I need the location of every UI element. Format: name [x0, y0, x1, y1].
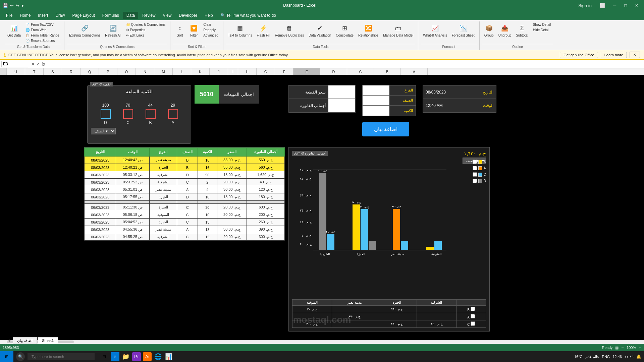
table-cell[interactable]: ج.م. 260	[247, 219, 285, 226]
table-cell[interactable]: 06/03/2023	[85, 204, 116, 211]
illustrator-btn[interactable]: Ai	[143, 352, 152, 361]
table-cell[interactable]	[217, 201, 247, 204]
table-cell[interactable]: ص 05:04:52	[116, 219, 149, 226]
advanced-btn[interactable]: Advanced	[201, 33, 220, 38]
table-cell[interactable]: 06/03/2023	[85, 179, 116, 186]
menu-file[interactable]: File	[3, 12, 16, 19]
table-cell[interactable]: الشرقية	[149, 171, 177, 179]
forecast-sheet-btn[interactable]: 📉 Forecast Sheet	[450, 22, 477, 39]
table-cell[interactable]: ص 05:33:12	[116, 171, 149, 179]
col-j[interactable]: J	[210, 68, 228, 75]
menu-formulas[interactable]: Formulas	[99, 12, 122, 19]
col-i[interactable]: I	[228, 68, 238, 75]
table-cell[interactable]: ص 12:40:42	[116, 157, 149, 164]
table-cell[interactable]	[217, 219, 247, 226]
menu-tell-me[interactable]: 🔍 Tell me what you want to do	[217, 12, 279, 19]
table-cell[interactable]	[85, 201, 116, 204]
table-cell[interactable]	[198, 201, 217, 204]
table-cell[interactable]: ج.م. 390	[247, 226, 285, 233]
col-q[interactable]: Q	[80, 68, 99, 75]
col-g[interactable]: G	[257, 68, 275, 75]
table-cell[interactable]: الجيزة	[149, 193, 177, 201]
menu-review[interactable]: Review	[139, 12, 159, 19]
table-cell[interactable]: 13	[198, 219, 217, 226]
confirm-formula-icon[interactable]: ✓	[36, 61, 40, 67]
table-cell[interactable]: ج.م. 40	[247, 179, 285, 186]
from-table-btn[interactable]: 📋 From Table/ Range	[23, 33, 61, 38]
show-detail-btn[interactable]: Show Detail	[531, 22, 553, 27]
save-btn[interactable]: 💾	[3, 3, 8, 8]
properties-btn[interactable]: ⚙ Properties	[124, 27, 168, 33]
table-cell[interactable]: ج.م. 30.00	[217, 226, 247, 233]
sheet-tab-sheet1[interactable]: Sheet1	[38, 337, 58, 344]
table-cell[interactable]: 08/03/2023	[85, 164, 116, 171]
table-cell[interactable]: ص 04:55:25	[116, 233, 149, 241]
what-if-btn[interactable]: 📈 What-If Analysis	[421, 22, 449, 39]
table-cell[interactable]: A	[177, 226, 198, 233]
table-cell[interactable]: مدينة نصر	[149, 226, 177, 233]
table-cell[interactable]: ص 04:55:36	[116, 226, 149, 233]
col-d[interactable]: D	[320, 68, 347, 75]
table-cell[interactable]: ص 05:06:18	[116, 211, 149, 219]
get-genuine-btn[interactable]: Get genuine Office	[560, 52, 598, 58]
info-close-btn[interactable]: ✕	[630, 52, 640, 58]
zoom-out-btn[interactable]: −	[621, 345, 624, 350]
table-cell[interactable]: 06/03/2023	[85, 226, 116, 233]
table-cell[interactable]: ص 05:11:30	[116, 204, 149, 211]
table-cell[interactable]: D	[177, 193, 198, 201]
table-cell[interactable]: مدينة نصر	[149, 186, 177, 193]
col-a[interactable]: A	[401, 68, 428, 75]
table-cell[interactable]: ج.م. 20.00	[217, 204, 247, 211]
notification-btn[interactable]: 🔔	[636, 354, 641, 359]
chrome-btn[interactable]: 🌐	[154, 352, 162, 361]
table-cell[interactable]: 16	[198, 164, 217, 171]
horizontal-scrollbar[interactable]	[0, 340, 644, 344]
table-cell[interactable]: ج.م. 18.00	[217, 171, 247, 179]
taskview-btn[interactable]: ⊟	[100, 352, 109, 361]
hide-detail-btn[interactable]: Hide Detail	[531, 27, 553, 33]
start-button[interactable]: ⊞	[0, 351, 13, 362]
col-m[interactable]: M	[154, 68, 173, 75]
col-u[interactable]: U	[7, 68, 25, 75]
table-cell[interactable]: 4	[198, 186, 217, 193]
col-p[interactable]: P	[99, 68, 117, 75]
taskbar-search-input[interactable]	[28, 353, 95, 360]
menu-developer[interactable]: Developer	[175, 12, 201, 19]
table-cell[interactable]: 06/03/2023	[85, 171, 116, 179]
sign-in-btn[interactable]: Sign in	[576, 2, 594, 9]
table-cell[interactable]: 06/03/2023	[85, 219, 116, 226]
edit-links-btn[interactable]: ✏ Edit Links	[124, 33, 168, 38]
insert-function-icon[interactable]: fx	[42, 61, 45, 67]
menu-view[interactable]: View	[160, 12, 175, 19]
text-to-columns-btn[interactable]: ▦ Text to Columns	[226, 22, 254, 39]
table-cell[interactable]: 06/03/2023	[85, 186, 116, 193]
table-cell[interactable]: B	[177, 164, 198, 171]
table-cell[interactable]: الجيزة	[149, 204, 177, 211]
table-cell[interactable]: ج.م. 20.00	[217, 179, 247, 186]
table-cell[interactable]: 10	[198, 193, 217, 201]
cancel-formula-icon[interactable]: ✕	[31, 61, 35, 67]
table-cell[interactable]: الجيزة	[149, 219, 177, 226]
group-btn[interactable]: 📦 Group	[482, 22, 496, 39]
data-validation-btn[interactable]: ✔ Data Validation	[307, 22, 333, 39]
table-cell[interactable]: مدينة نصر	[149, 157, 177, 164]
price-input-2[interactable]	[328, 99, 355, 112]
remove-duplicates-btn[interactable]: 🗑 Remove Duplicates	[273, 22, 306, 39]
flash-fill-btn[interactable]: ⚡ Flash Fill	[255, 22, 272, 39]
queries-connections-btn[interactable]: 📁 Queries & Connections	[124, 22, 168, 27]
table-cell[interactable]: ج.م. 120	[247, 186, 285, 193]
table-cell[interactable]: 15	[198, 233, 217, 241]
table-cell[interactable]: D	[177, 171, 198, 179]
learn-more-btn[interactable]: Learn more	[601, 52, 627, 58]
table-cell[interactable]: 06/03/2023	[85, 193, 116, 201]
branch-input[interactable]	[363, 85, 389, 95]
qty-input[interactable]	[363, 106, 389, 116]
col-k[interactable]: K	[191, 68, 210, 75]
edge-btn[interactable]: e	[111, 352, 119, 361]
table-cell[interactable]: ج.م. 560	[247, 157, 285, 164]
menu-pagelayout[interactable]: Page Layout	[69, 12, 98, 19]
legend-c-check[interactable]	[473, 172, 477, 177]
table-cell[interactable]	[247, 201, 285, 204]
add-statement-btn[interactable]: اضافة بيان	[362, 122, 409, 136]
table-cell[interactable]: ج.م. 18.00	[217, 193, 247, 201]
